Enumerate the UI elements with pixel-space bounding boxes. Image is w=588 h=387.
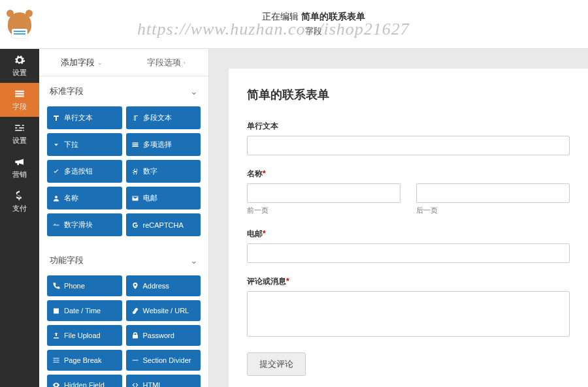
form-title: 简单的联系表单 — [247, 87, 570, 102]
field-btn-link[interactable]: Website / URL — [126, 300, 201, 321]
tab-field-options[interactable]: 字段选项› — [124, 49, 209, 76]
field-btn-lock[interactable]: Password — [126, 325, 201, 346]
field-btn-phone[interactable]: Phone — [47, 275, 122, 296]
code-icon — [131, 381, 139, 387]
field-btn-eye[interactable]: Hidden Field — [47, 375, 122, 387]
field-btn-upload[interactable]: File Upload — [47, 325, 122, 346]
user-icon — [52, 194, 60, 202]
field-btn-break[interactable]: Page Break — [47, 350, 122, 371]
field-name[interactable]: 名称* 前一页 后一页 — [247, 168, 570, 215]
bullhorn-icon — [14, 156, 25, 168]
tab-add-field[interactable]: 添加字段⌄ — [39, 49, 124, 76]
sidebar: 设置字段设置营销支付 — [0, 49, 39, 387]
form-preview: 简单的联系表单 单行文本 名称* 前一页 后一页 电邮* 评论或消息* 提交评论 — [209, 49, 588, 387]
divide-icon — [131, 356, 139, 364]
field-btn-caret[interactable]: 下拉 — [47, 133, 122, 156]
field-btn-text[interactable]: 单行文本 — [47, 106, 122, 129]
section-standard[interactable]: 标准字段⌄ — [39, 76, 208, 106]
break-icon — [52, 356, 60, 364]
field-btn-divide[interactable]: Section Divider — [126, 350, 201, 371]
sidebar-item-fields[interactable]: 字段 — [0, 83, 39, 117]
caret-icon — [52, 141, 60, 149]
link-icon — [131, 307, 139, 315]
field-btn-slider[interactable]: 数字滑块 — [47, 213, 122, 236]
field-btn-code[interactable]: HTML — [126, 375, 201, 387]
field-btn-user[interactable]: 名称 — [47, 187, 122, 209]
name-first-input[interactable] — [247, 183, 400, 203]
para-icon — [131, 114, 139, 122]
eye-icon — [52, 381, 60, 387]
field-btn-cal[interactable]: Date / Time — [47, 300, 122, 321]
field-single-line[interactable]: 单行文本 — [247, 121, 570, 155]
check-icon — [52, 168, 60, 176]
header-editing: 正在编辑 简单的联系表单 — [39, 11, 588, 23]
message-input[interactable] — [247, 291, 570, 337]
dollar-icon — [14, 190, 25, 202]
section-advanced[interactable]: 功能字段⌄ — [39, 245, 208, 275]
sliders-icon — [14, 122, 25, 134]
chevron-down-icon: ⌄ — [190, 86, 198, 97]
field-btn-check[interactable]: 多选按钮 — [47, 160, 122, 183]
lock-icon — [131, 332, 139, 339]
mail-icon — [131, 194, 139, 202]
sidebar-item-config[interactable]: 设置 — [0, 117, 39, 151]
pin-icon — [131, 282, 139, 290]
field-email[interactable]: 电邮* — [247, 228, 570, 263]
chevron-down-icon: ⌄ — [97, 59, 103, 66]
cal-icon — [52, 307, 60, 315]
submit-button[interactable]: 提交评论 — [247, 352, 306, 376]
gear-icon — [14, 54, 25, 66]
field-btn-para[interactable]: 多段文本 — [126, 106, 201, 129]
hash-icon — [131, 168, 139, 176]
chevron-right-icon: › — [184, 59, 186, 66]
topbar: 正在编辑 简单的联系表单 字段 — [0, 0, 588, 49]
slider-icon — [52, 221, 60, 229]
email-input[interactable] — [247, 243, 570, 263]
name-last-input[interactable] — [416, 183, 570, 203]
header-sub: 字段 — [39, 25, 588, 37]
sidebar-item-payment[interactable]: 支付 — [0, 185, 39, 219]
field-btn-google[interactable]: reCAPTCHA — [126, 213, 201, 236]
single-line-input[interactable] — [247, 136, 570, 155]
sidebar-item-marketing[interactable]: 营销 — [0, 151, 39, 185]
fields-panel: 添加字段⌄ 字段选项› 标准字段⌄ 单行文本多段文本下拉多项选择多选按钮数字名称… — [39, 49, 209, 387]
upload-icon — [52, 332, 60, 339]
sidebar-item-settings[interactable]: 设置 — [0, 49, 39, 83]
text-icon — [52, 114, 60, 122]
logo — [0, 0, 39, 49]
field-btn-pin[interactable]: Address — [126, 275, 201, 296]
field-btn-list[interactable]: 多项选择 — [126, 133, 201, 156]
list-icon — [131, 141, 139, 149]
field-btn-mail[interactable]: 电邮 — [126, 187, 201, 209]
phone-icon — [52, 282, 60, 290]
list-icon — [14, 88, 25, 100]
field-btn-hash[interactable]: 数字 — [126, 160, 201, 183]
google-icon — [131, 221, 139, 229]
chevron-down-icon: ⌄ — [190, 255, 198, 266]
field-message[interactable]: 评论或消息* — [247, 276, 570, 339]
